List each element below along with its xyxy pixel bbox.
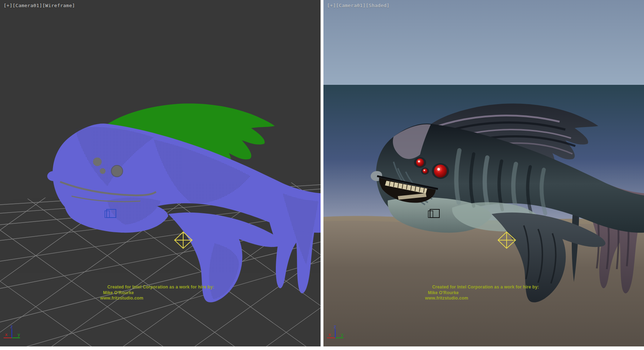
axis-x-label: x [328, 332, 331, 337]
axis-z-label: z [10, 325, 13, 329]
credit-line: Created for Intel Corporation as a work … [425, 285, 539, 290]
axis-y-label: y [341, 332, 343, 337]
credit-line: www.fritzstudio.com [100, 296, 214, 301]
eye-red [434, 165, 447, 178]
eye-red [423, 169, 428, 174]
eye-red [416, 159, 424, 166]
axis-z-label: z [334, 325, 336, 329]
axis-x-label: x [5, 332, 8, 337]
fish-model-wireframe[interactable] [47, 103, 321, 302]
axis-gizmo: x y z [326, 325, 349, 344]
credit-text: Created for Intel Corporation as a work … [425, 285, 539, 301]
sky-upper [323, 0, 644, 85]
viewport-label-wireframe[interactable]: [+][Camera01][Wireframe] [4, 3, 75, 8]
eye-spot [111, 165, 123, 177]
credit-line: www.fritzstudio.com [425, 296, 539, 301]
viewport-wireframe[interactable]: [+][Camera01][Wireframe] Created for Int… [0, 0, 321, 346]
axis-y-label: y [18, 332, 20, 337]
eye-spot [100, 168, 106, 174]
credit-line: Mike O'Rourke [425, 290, 539, 296]
viewport-divider[interactable] [321, 0, 323, 346]
eye-spot [93, 157, 102, 166]
axis-gizmo: x y z [3, 325, 26, 344]
credit-line: Created for Intel Corporation as a work … [100, 285, 214, 290]
viewport-label-shaded[interactable]: [+][Camera01][Shaded] [327, 3, 390, 8]
credit-line: Mike O'Rourke [100, 290, 214, 296]
credit-text: Created for Intel Corporation as a work … [100, 285, 214, 301]
viewport-shaded[interactable]: [+][Camera01][Shaded] Created for Intel … [323, 0, 644, 346]
